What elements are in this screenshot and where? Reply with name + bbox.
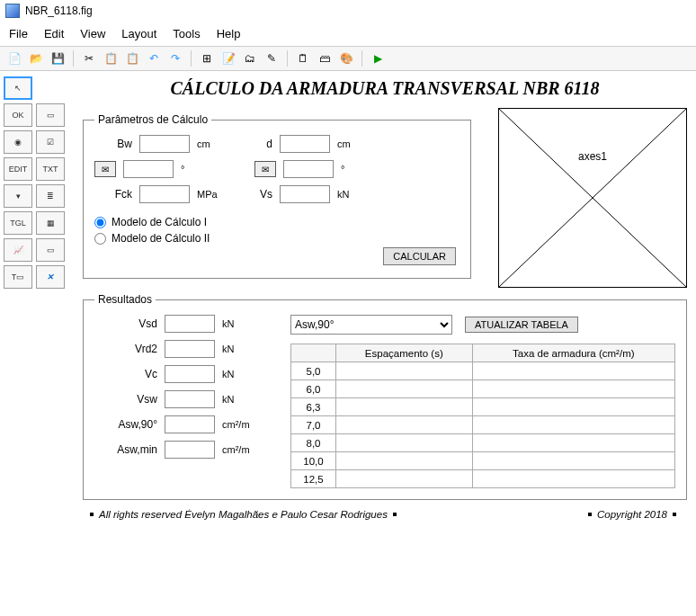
table-row[interactable]: 7,0 [291, 416, 675, 434]
menu-edit[interactable]: Edit [44, 27, 64, 40]
select-tool-icon[interactable]: ↖ [4, 76, 32, 100]
atualizar-tabela-button[interactable]: ATUALIZAR TABELA [465, 317, 578, 333]
mfile-icon[interactable]: ✎ [263, 49, 281, 67]
aswmin-label: Asw,min [94, 443, 157, 456]
resultados-legend: Resultados [94, 293, 156, 306]
angle2-input[interactable] [283, 160, 334, 178]
parametros-panel: Parâmetros de Cálculo Bw cm ✉ ° [83, 113, 471, 279]
bw-label: Bw [94, 138, 132, 150]
asw90-output [165, 415, 215, 433]
radio-tool-icon[interactable]: ◉ [4, 130, 32, 154]
axes-placeholder[interactable]: axes1 [498, 108, 687, 288]
menu-help[interactable]: Help [217, 27, 241, 40]
open-icon[interactable]: 📂 [27, 49, 45, 67]
toggle-tool-icon[interactable]: TGL [4, 211, 32, 235]
angle1-unit: ° [181, 164, 211, 174]
redo-icon[interactable]: ↷ [166, 49, 184, 67]
checkbox-tool-icon[interactable]: ☑ [36, 130, 65, 154]
window-title: NBR_6118.fig [25, 4, 93, 17]
vc-output [165, 365, 215, 383]
resultados-panel: Resultados VsdkN Vrd2kN VckN VswkN Asw,9… [83, 293, 687, 500]
axes-label: axes1 [578, 150, 607, 163]
menu-tools[interactable]: Tools [173, 27, 200, 40]
table-header-espacamento: Espaçamento (s) [336, 344, 473, 362]
results-table[interactable]: Espaçamento (s) Taxa de armadura (cm²/m)… [290, 344, 675, 488]
save-icon[interactable]: 💾 [49, 49, 67, 67]
copy-icon[interactable]: 📋 [102, 49, 120, 67]
vs-input[interactable] [280, 185, 330, 203]
bw-input[interactable] [139, 135, 190, 153]
vrd2-output [165, 340, 215, 358]
color-icon[interactable]: 🎨 [337, 49, 355, 67]
vsw-output [165, 390, 215, 408]
tab-order-icon[interactable]: 🗂 [241, 49, 259, 67]
fck-label: Fck [94, 188, 132, 201]
align-icon[interactable]: ⊞ [198, 49, 216, 67]
angle2-icon: ✉ [254, 161, 276, 177]
d-input[interactable] [280, 135, 330, 153]
table-tool-icon[interactable]: ▦ [36, 211, 65, 235]
component-palette: ↖ OK ▭ ◉ ☑ EDIT TXT ▾ ≣ TGL ▦ 📈 ▭ T▭ ✕ [0, 71, 70, 294]
d-unit: cm [337, 138, 368, 149]
menu-layout[interactable]: Layout [121, 27, 156, 40]
undo-icon[interactable]: ↶ [145, 49, 163, 67]
table-row[interactable]: 6,0 [291, 380, 675, 398]
pushbutton-tool-icon[interactable]: OK [4, 103, 32, 127]
angle2-unit: ° [341, 164, 371, 174]
footer: All rights reserved Évelyn Magalhães e P… [90, 509, 676, 520]
table-row[interactable]: 8,0 [291, 434, 675, 452]
activex-tool-icon[interactable]: ✕ [36, 265, 65, 289]
text-tool-icon[interactable]: TXT [36, 157, 65, 181]
table-header-taxa: Taxa de armadura (cm²/m) [472, 344, 674, 362]
property-icon[interactable]: 🗒 [294, 49, 312, 67]
titlebar: NBR_6118.fig [0, 0, 696, 22]
axes-tool-icon[interactable]: 📈 [4, 238, 32, 262]
vc-label: Vc [94, 368, 157, 380]
table-row[interactable]: 12,5 [291, 470, 675, 488]
bw-unit: cm [197, 138, 228, 149]
vs-label: Vs [254, 188, 272, 201]
vs-unit: kN [337, 189, 368, 200]
footer-right: Copyright 2018 [597, 509, 667, 520]
parametros-legend: Parâmetros de Cálculo [94, 113, 211, 126]
table-header-blank [291, 344, 336, 362]
listbox-tool-icon[interactable]: ≣ [36, 184, 65, 208]
fck-unit: MPa [197, 189, 228, 200]
menubar: File Edit View Layout Tools Help [0, 22, 696, 46]
modelo1-radio[interactable]: Modelo de Cálculo I [94, 216, 460, 228]
table-row[interactable]: 5,0 [291, 362, 675, 380]
buttongroup-tool-icon[interactable]: T▭ [4, 265, 32, 289]
aswmin-output [165, 441, 215, 459]
page-title: CÁLCULO DA ARMADURA TRANSVERSAL NBR 6118 [83, 78, 687, 99]
app-icon [5, 4, 20, 18]
angle1-input[interactable] [123, 160, 174, 178]
table-row[interactable]: 6,3 [291, 398, 675, 416]
popup-tool-icon[interactable]: ▾ [4, 184, 32, 208]
figure-canvas: CÁLCULO DA ARMADURA TRANSVERSAL NBR 6118… [70, 71, 696, 523]
object-browser-icon[interactable]: 🗃 [316, 49, 334, 67]
menu-view[interactable]: View [80, 27, 105, 40]
calcular-button[interactable]: CALCULAR [383, 247, 456, 265]
panel-tool-icon[interactable]: ▭ [36, 238, 65, 262]
vrd2-label: Vrd2 [94, 343, 157, 355]
table-row[interactable]: 10,0 [291, 452, 675, 470]
d-label: d [254, 138, 272, 150]
paste-icon[interactable]: 📋 [123, 49, 141, 67]
fck-input[interactable] [139, 185, 190, 203]
modelo-radio-group: Modelo de Cálculo I Modelo de Cálculo II [94, 216, 460, 245]
vsd-label: Vsd [94, 317, 157, 330]
menu-file[interactable]: File [9, 27, 28, 40]
run-icon[interactable]: ▶ [369, 49, 387, 67]
angle1-icon: ✉ [94, 161, 116, 177]
editor-icon[interactable]: 📝 [219, 49, 237, 67]
asw-select[interactable]: Asw,90° [290, 315, 452, 335]
edit-tool-icon[interactable]: EDIT [4, 157, 32, 181]
footer-left: All rights reserved Évelyn Magalhães e P… [99, 509, 388, 520]
asw90-label: Asw,90° [94, 418, 157, 431]
vsd-output [165, 315, 215, 333]
modelo2-radio[interactable]: Modelo de Cálculo II [94, 232, 460, 245]
cut-icon[interactable]: ✂ [80, 49, 98, 67]
new-icon[interactable]: 📄 [5, 49, 23, 67]
toolbar: 📄 📂 💾 ✂ 📋 📋 ↶ ↷ ⊞ 📝 🗂 ✎ 🗒 🗃 🎨 ▶ [0, 46, 696, 71]
slider-tool-icon[interactable]: ▭ [36, 103, 65, 127]
